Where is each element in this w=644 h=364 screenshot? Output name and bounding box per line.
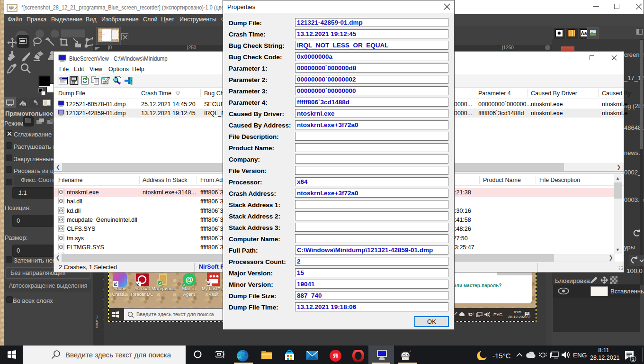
svg-text:1: 1: [632, 357, 635, 362]
svg-text:o: o: [23, 103, 25, 106]
svg-text:@: @: [186, 275, 194, 284]
svg-text:1: 1: [528, 315, 530, 318]
